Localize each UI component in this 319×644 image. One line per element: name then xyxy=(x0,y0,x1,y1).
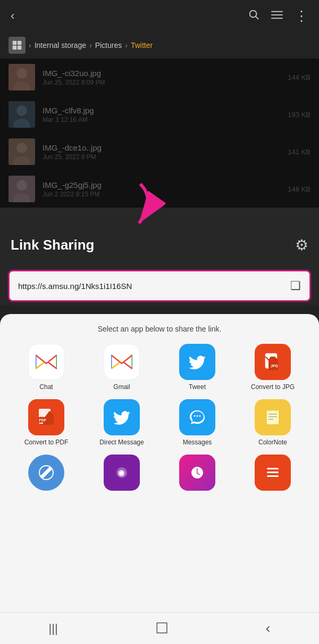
convert-pdf-app-item[interactable]: PDF PDF Convert to PDF xyxy=(9,399,84,446)
svg-rect-39 xyxy=(266,410,279,425)
breadcrumb-internal-storage[interactable]: Internal storage xyxy=(35,41,86,49)
sheet-description: Select an app below to share the link. xyxy=(9,325,310,333)
breadcrumb-sep-1: › xyxy=(29,41,31,49)
svg-rect-46 xyxy=(267,468,279,469)
svg-line-1 xyxy=(256,16,258,19)
url-box: https://s.amsu.ng/1Nks1i1I16SN ❑ xyxy=(9,270,310,301)
svg-rect-48 xyxy=(267,475,279,477)
dm-app-item[interactable]: Direct Message xyxy=(84,399,160,446)
svg-rect-8 xyxy=(18,46,22,50)
tweet-app-item[interactable]: Tweet xyxy=(160,344,235,391)
svg-rect-47 xyxy=(267,472,279,473)
svg-point-0 xyxy=(250,11,257,18)
back-icon[interactable]: ‹ xyxy=(11,9,14,23)
chat-app-item[interactable]: Chat xyxy=(9,344,84,391)
list-view-icon[interactable] xyxy=(271,9,283,23)
dim-overlay xyxy=(0,59,319,208)
tweet-app-icon xyxy=(179,344,215,380)
messages-app-item[interactable]: Messages xyxy=(160,399,235,446)
tweet-app-label: Tweet xyxy=(189,383,206,391)
dm-app-icon xyxy=(104,399,140,435)
gmail-app-item[interactable]: Gmail xyxy=(84,344,160,391)
bottom-navigation: ||| ☐ ‹ xyxy=(0,612,319,644)
dm-app-label: Direct Message xyxy=(99,439,144,446)
messages-app-label: Messages xyxy=(183,439,212,446)
link-sharing-title: Link Sharing xyxy=(11,237,94,253)
app-grid: Chat Gmail Twee xyxy=(9,344,310,446)
breadcrumb-pictures[interactable]: Pictures xyxy=(95,41,122,49)
svg-text:◉: ◉ xyxy=(118,468,125,477)
chat-app-icon xyxy=(28,344,64,380)
breadcrumb-twitter[interactable]: Twitter xyxy=(131,41,153,49)
breadcrumb-sep-3: › xyxy=(125,41,128,49)
partial-app-1-icon xyxy=(28,455,64,491)
convert-jpg-app-label: Convert to JPG xyxy=(251,383,295,391)
partial-app-1[interactable] xyxy=(9,455,84,491)
svg-text:PDF: PDF xyxy=(39,418,47,422)
bottom-sheet: Select an app below to share the link. C… xyxy=(0,314,319,644)
partial-app-3[interactable] xyxy=(160,455,235,491)
colornote-app-icon: NOTE xyxy=(255,399,291,435)
url-box-wrapper: https://s.amsu.ng/1Nks1i1I16SN ❑ xyxy=(0,266,319,306)
partial-app-4-icon xyxy=(255,455,291,491)
svg-rect-6 xyxy=(18,41,22,45)
breadcrumb: › Internal storage › Pictures › Twitter xyxy=(0,32,319,59)
partial-app-2-icon: ◉ xyxy=(104,455,140,491)
svg-text:NOTE: NOTE xyxy=(267,408,278,412)
svg-rect-27 xyxy=(111,354,132,370)
partial-app-3-icon xyxy=(179,455,215,491)
convert-jpg-app-icon: JPG xyxy=(255,344,291,380)
svg-rect-5 xyxy=(13,41,17,45)
partial-app-row: ◉ xyxy=(9,455,310,491)
home-button[interactable]: ☐ xyxy=(155,620,169,637)
svg-rect-7 xyxy=(13,46,17,50)
messages-app-icon xyxy=(179,399,215,435)
back-button[interactable]: ‹ xyxy=(266,620,271,637)
settings-gear-icon[interactable]: ⚙ xyxy=(295,236,308,254)
breadcrumb-sep-2: › xyxy=(89,41,92,49)
search-icon[interactable] xyxy=(248,9,259,23)
more-options-icon[interactable]: ⋮ xyxy=(295,8,308,24)
convert-jpg-app-item[interactable]: JPG Convert to JPG xyxy=(235,344,310,391)
svg-text:JPG: JPG xyxy=(271,364,279,368)
copy-icon[interactable]: ❑ xyxy=(290,279,301,293)
gmail-app-label: Gmail xyxy=(113,383,130,391)
partial-app-2[interactable]: ◉ xyxy=(84,455,160,491)
breadcrumb-avatar xyxy=(9,37,26,54)
colornote-app-label: ColorNote xyxy=(258,439,287,446)
colornote-app-item[interactable]: NOTE ColorNote xyxy=(235,399,310,446)
url-text: https://s.amsu.ng/1Nks1i1I16SN xyxy=(18,282,285,291)
top-navigation: ‹ ⋮ xyxy=(0,0,319,32)
svg-rect-22 xyxy=(36,354,57,370)
gmail-app-icon xyxy=(104,344,140,380)
convert-pdf-app-label: Convert to PDF xyxy=(24,439,69,446)
partial-app-4[interactable] xyxy=(235,455,310,491)
convert-pdf-app-icon: PDF PDF xyxy=(28,399,64,435)
chat-app-label: Chat xyxy=(39,383,53,391)
recents-button[interactable]: ||| xyxy=(49,622,58,635)
